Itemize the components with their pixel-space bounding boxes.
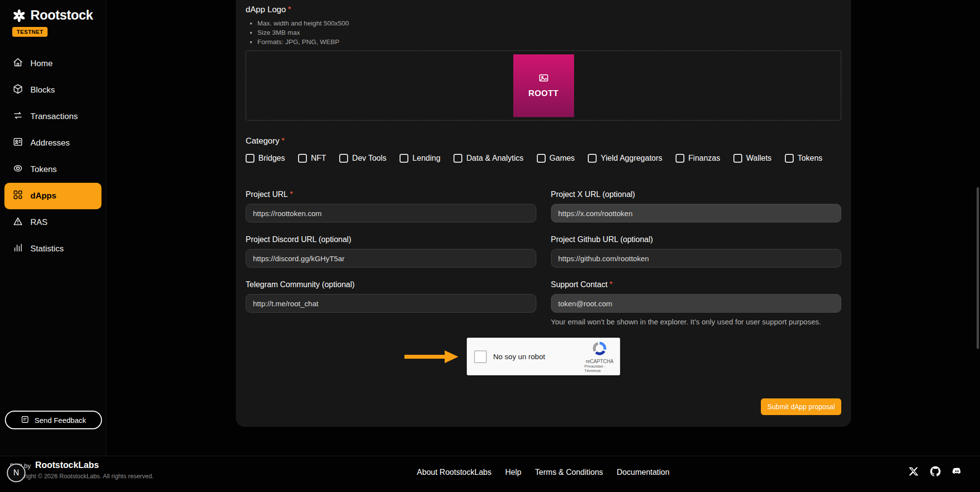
category-checkbox[interactable] — [733, 154, 742, 163]
sidebar-item-label: RAS — [30, 218, 48, 227]
category-option-bridges[interactable]: Bridges — [246, 154, 285, 163]
project-url-input[interactable] — [246, 204, 536, 222]
logo-upload-dropzone[interactable]: ROOTT — [246, 50, 841, 121]
rootstocklabs-link[interactable]: RootstockLabs — [35, 460, 99, 470]
coin-icon — [13, 163, 23, 176]
annotation-arrow — [404, 350, 458, 365]
logo-requirements: Max. width and height 500x500 Size 3MB m… — [246, 19, 841, 47]
category-option-tokens[interactable]: Tokens — [785, 154, 823, 163]
sidebar-item-label: Statistics — [30, 244, 64, 254]
recaptcha-checkbox[interactable] — [474, 350, 487, 363]
footer-brand-block: Built by RootstockLabs Copyright © 2026 … — [10, 460, 153, 480]
sidebar-item-label: dApps — [30, 191, 56, 201]
scrollbar-thumb[interactable] — [977, 187, 979, 349]
category-label: Category* — [246, 136, 841, 146]
recaptcha-logo-icon — [592, 341, 607, 358]
project-discord-url-input[interactable] — [246, 249, 536, 268]
project-x-url-input[interactable] — [551, 204, 842, 222]
category-option-yield-aggregators[interactable]: Yield Aggregators — [588, 154, 662, 163]
recaptcha-widget: No soy un robot reCAPTCHA Privacidad - T… — [467, 338, 620, 375]
field-label: Support Contact* — [551, 280, 842, 289]
logo-preview: ROOTT — [513, 54, 574, 117]
sidebar-item-home[interactable]: Home — [0, 50, 106, 77]
feedback-widget-avatar[interactable]: N — [7, 464, 25, 482]
category-checkbox[interactable] — [588, 154, 597, 163]
required-mark: * — [288, 5, 291, 14]
sidebar-item-label: Blocks — [30, 85, 55, 95]
required-mark: * — [281, 136, 285, 146]
field-project-discord-url: Project Discord URL (optional) — [246, 235, 536, 268]
recaptcha-branding: reCAPTCHA Privacidad - Términos — [584, 341, 615, 373]
dapp-logo-label: dApp Logo* — [246, 5, 841, 15]
support-contact-helper: Your email won’t be shown in the explore… — [551, 318, 842, 326]
project-urls-grid: Project URL* Project X URL (optional) Pr… — [246, 190, 841, 326]
category-option-data-analytics[interactable]: Data & Analytics — [453, 154, 524, 163]
category-checkbox[interactable] — [785, 154, 794, 163]
sidebar-item-tokens[interactable]: Tokens — [0, 156, 106, 183]
category-option-nft[interactable]: NFT — [298, 154, 326, 163]
footer-link-terms[interactable]: Terms & Conditions — [535, 468, 603, 477]
bar-chart-icon — [13, 243, 23, 255]
sidebar-item-blocks[interactable]: Blocks — [0, 77, 106, 103]
field-project-github-url: Project Github URL (optional) — [551, 235, 842, 268]
sidebar-item-label: Home — [30, 59, 52, 69]
category-option-dev-tools[interactable]: Dev Tools — [339, 154, 386, 163]
logo-requirement: Max. width and height 500x500 — [257, 19, 841, 28]
footer-link-documentation[interactable]: Documentation — [617, 468, 670, 477]
category-checkbox[interactable] — [400, 154, 408, 163]
submit-dapp-proposal-button[interactable]: Submit dApp proposal — [761, 398, 841, 415]
category-option-wallets[interactable]: Wallets — [733, 154, 772, 163]
feedback-label: Send Feedback — [34, 416, 86, 424]
category-checkbox[interactable] — [246, 154, 254, 163]
footer-link-about[interactable]: About RootstockLabs — [417, 468, 491, 477]
category-checkbox[interactable] — [676, 154, 684, 163]
logo-preview-text: ROOTT — [528, 89, 559, 98]
telegram-community-input[interactable] — [246, 294, 536, 313]
sidebar-item-ras[interactable]: RAS — [0, 209, 106, 236]
support-contact-input[interactable] — [551, 294, 842, 313]
copyright-text: Copyright © 2026 RootstockLabs. All righ… — [10, 473, 153, 480]
sidebar-item-addresses[interactable]: Addresses — [0, 130, 106, 156]
image-placeholder-icon — [538, 73, 549, 85]
id-card-icon — [13, 137, 23, 149]
sidebar-item-label: Transactions — [30, 112, 78, 122]
sidebar-item-transactions[interactable]: Transactions — [0, 103, 106, 130]
brand-name: Rootstock — [30, 8, 93, 23]
discord-icon[interactable] — [952, 466, 962, 477]
field-telegram-community: Telegram Community (optional) — [246, 280, 536, 326]
field-project-x-url: Project X URL (optional) — [551, 190, 842, 222]
recaptcha-privacy-terms-links[interactable]: Privacidad - Términos — [584, 364, 615, 373]
field-project-url: Project URL* — [246, 190, 536, 222]
footer-links: About RootstockLabs Help Terms & Conditi… — [417, 468, 669, 477]
category-checkbox[interactable] — [453, 154, 462, 163]
category-option-finanzas[interactable]: Finanzas — [676, 154, 720, 163]
recaptcha-brand-text: reCAPTCHA — [586, 359, 614, 364]
category-checkbox[interactable] — [298, 154, 307, 163]
category-checkbox[interactable] — [339, 154, 348, 163]
category-checkbox[interactable] — [537, 154, 546, 163]
captcha-row: No soy un robot reCAPTCHA Privacidad - T… — [246, 338, 841, 375]
footer: Built by RootstockLabs Copyright © 2026 … — [0, 456, 980, 492]
swap-arrows-icon — [13, 110, 23, 123]
submit-row: Submit dApp proposal — [246, 398, 841, 415]
field-label: Telegram Community (optional) — [246, 280, 536, 289]
sidebar-item-label: Tokens — [30, 165, 57, 174]
sidebar: Rootstock TESTNET Home Blocks Transactio… — [0, 0, 106, 456]
sidebar-item-statistics[interactable]: Statistics — [0, 236, 106, 262]
feedback-icon — [21, 415, 29, 425]
project-github-url-input[interactable] — [551, 249, 842, 268]
x-twitter-icon[interactable] — [908, 466, 919, 477]
recaptcha-label: No soy un robot — [493, 352, 545, 361]
rootstock-logo[interactable]: Rootstock — [0, 0, 106, 23]
category-option-lending[interactable]: Lending — [400, 154, 440, 163]
sidebar-item-dapps[interactable]: dApps — [4, 183, 101, 209]
github-icon[interactable] — [930, 466, 941, 477]
field-support-contact: Support Contact* Your email won’t be sho… — [551, 280, 842, 326]
alert-triangle-icon — [13, 216, 23, 229]
logo-requirement: Size 3MB max — [257, 28, 841, 37]
send-feedback-button[interactable]: Send Feedback — [5, 411, 102, 429]
footer-link-help[interactable]: Help — [505, 468, 521, 477]
testnet-badge: TESTNET — [12, 27, 48, 37]
category-option-games[interactable]: Games — [537, 154, 575, 163]
field-label: Project Github URL (optional) — [551, 235, 842, 244]
